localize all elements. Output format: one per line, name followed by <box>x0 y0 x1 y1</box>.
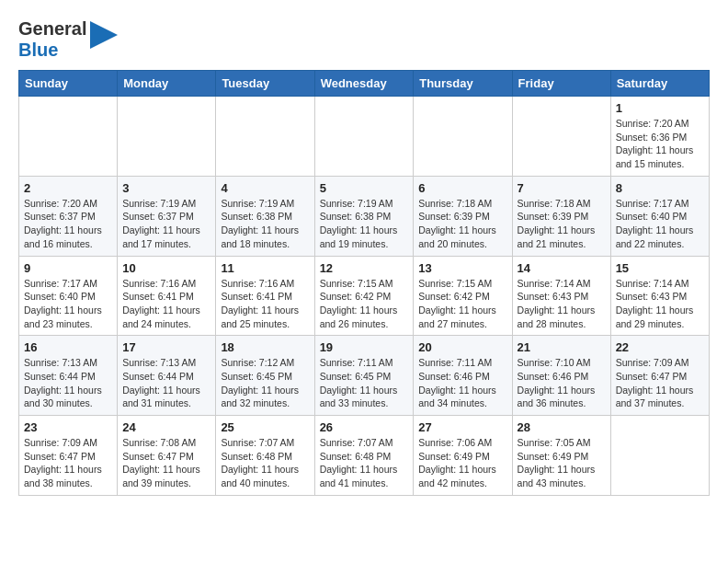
day-info: Sunrise: 7:07 AM Sunset: 6:48 PM Dayligh… <box>221 436 309 490</box>
col-header-wednesday: Wednesday <box>314 71 414 97</box>
day-info: Sunrise: 7:19 AM Sunset: 6:37 PM Dayligh… <box>122 197 210 251</box>
day-info: Sunrise: 7:06 AM Sunset: 6:49 PM Dayligh… <box>418 436 506 490</box>
col-header-tuesday: Tuesday <box>216 71 314 97</box>
calendar-cell: 12Sunrise: 7:15 AM Sunset: 6:42 PM Dayli… <box>314 256 414 336</box>
calendar-cell: 16Sunrise: 7:13 AM Sunset: 6:44 PM Dayli… <box>19 336 118 416</box>
day-info: Sunrise: 7:05 AM Sunset: 6:49 PM Dayligh… <box>518 436 606 490</box>
day-number: 10 <box>122 261 210 275</box>
calendar-cell: 2Sunrise: 7:20 AM Sunset: 6:37 PM Daylig… <box>19 176 118 256</box>
logo-general-text: General <box>18 18 86 39</box>
calendar-cell <box>610 416 709 496</box>
day-number: 27 <box>418 420 506 434</box>
day-info: Sunrise: 7:08 AM Sunset: 6:47 PM Dayligh… <box>122 436 210 490</box>
calendar-cell: 3Sunrise: 7:19 AM Sunset: 6:37 PM Daylig… <box>118 176 216 256</box>
calendar-cell: 24Sunrise: 7:08 AM Sunset: 6:47 PM Dayli… <box>118 416 216 496</box>
calendar-cell <box>118 97 216 177</box>
day-info: Sunrise: 7:14 AM Sunset: 6:43 PM Dayligh… <box>518 277 606 331</box>
day-number: 25 <box>221 420 309 434</box>
col-header-saturday: Saturday <box>610 71 709 97</box>
day-info: Sunrise: 7:10 AM Sunset: 6:46 PM Dayligh… <box>518 356 606 410</box>
calendar-cell <box>512 97 610 177</box>
calendar-cell <box>314 97 414 177</box>
col-header-monday: Monday <box>118 71 216 97</box>
calendar-cell: 17Sunrise: 7:13 AM Sunset: 6:44 PM Dayli… <box>118 336 216 416</box>
calendar-cell: 15Sunrise: 7:14 AM Sunset: 6:43 PM Dayli… <box>610 256 709 336</box>
day-number: 11 <box>221 261 309 275</box>
calendar-week-row: 2Sunrise: 7:20 AM Sunset: 6:37 PM Daylig… <box>19 176 710 256</box>
calendar-cell: 8Sunrise: 7:17 AM Sunset: 6:40 PM Daylig… <box>610 176 709 256</box>
day-info: Sunrise: 7:15 AM Sunset: 6:42 PM Dayligh… <box>320 277 409 331</box>
day-info: Sunrise: 7:17 AM Sunset: 6:40 PM Dayligh… <box>616 197 704 251</box>
day-number: 23 <box>24 420 112 434</box>
calendar-cell <box>19 97 118 177</box>
logo-blue-text: Blue <box>18 40 58 60</box>
day-info: Sunrise: 7:11 AM Sunset: 6:45 PM Dayligh… <box>320 356 409 410</box>
logo: General Blue <box>18 18 118 61</box>
svg-marker-0 <box>90 21 118 49</box>
calendar-header-row: SundayMondayTuesdayWednesdayThursdayFrid… <box>19 71 710 97</box>
calendar-cell: 6Sunrise: 7:18 AM Sunset: 6:39 PM Daylig… <box>414 176 512 256</box>
day-number: 17 <box>122 340 210 354</box>
calendar-week-row: 9Sunrise: 7:17 AM Sunset: 6:40 PM Daylig… <box>19 256 710 336</box>
day-info: Sunrise: 7:07 AM Sunset: 6:48 PM Dayligh… <box>320 436 409 490</box>
day-number: 20 <box>418 340 506 354</box>
calendar-cell: 14Sunrise: 7:14 AM Sunset: 6:43 PM Dayli… <box>512 256 610 336</box>
day-info: Sunrise: 7:15 AM Sunset: 6:42 PM Dayligh… <box>418 277 506 331</box>
calendar-cell <box>216 97 314 177</box>
calendar-cell: 18Sunrise: 7:12 AM Sunset: 6:45 PM Dayli… <box>216 336 314 416</box>
calendar-week-row: 23Sunrise: 7:09 AM Sunset: 6:47 PM Dayli… <box>19 416 710 496</box>
col-header-friday: Friday <box>512 71 610 97</box>
day-info: Sunrise: 7:11 AM Sunset: 6:46 PM Dayligh… <box>418 356 506 410</box>
day-info: Sunrise: 7:18 AM Sunset: 6:39 PM Dayligh… <box>518 197 606 251</box>
calendar-cell: 19Sunrise: 7:11 AM Sunset: 6:45 PM Dayli… <box>314 336 414 416</box>
day-number: 22 <box>616 340 704 354</box>
day-info: Sunrise: 7:20 AM Sunset: 6:37 PM Dayligh… <box>24 197 112 251</box>
day-info: Sunrise: 7:16 AM Sunset: 6:41 PM Dayligh… <box>221 277 309 331</box>
day-number: 21 <box>518 340 606 354</box>
calendar-cell: 20Sunrise: 7:11 AM Sunset: 6:46 PM Dayli… <box>414 336 512 416</box>
day-info: Sunrise: 7:09 AM Sunset: 6:47 PM Dayligh… <box>616 356 704 410</box>
calendar-table: SundayMondayTuesdayWednesdayThursdayFrid… <box>18 70 710 496</box>
day-number: 2 <box>24 181 112 195</box>
day-number: 26 <box>320 420 409 434</box>
day-number: 28 <box>518 420 606 434</box>
day-info: Sunrise: 7:18 AM Sunset: 6:39 PM Dayligh… <box>418 197 506 251</box>
day-info: Sunrise: 7:19 AM Sunset: 6:38 PM Dayligh… <box>221 197 309 251</box>
day-info: Sunrise: 7:13 AM Sunset: 6:44 PM Dayligh… <box>24 356 112 410</box>
calendar-week-row: 1Sunrise: 7:20 AM Sunset: 6:36 PM Daylig… <box>19 97 710 177</box>
day-number: 8 <box>616 181 704 195</box>
calendar-cell: 13Sunrise: 7:15 AM Sunset: 6:42 PM Dayli… <box>414 256 512 336</box>
day-number: 5 <box>320 181 409 195</box>
col-header-sunday: Sunday <box>19 71 118 97</box>
day-number: 13 <box>418 261 506 275</box>
calendar-cell: 11Sunrise: 7:16 AM Sunset: 6:41 PM Dayli… <box>216 256 314 336</box>
day-number: 12 <box>320 261 409 275</box>
day-info: Sunrise: 7:13 AM Sunset: 6:44 PM Dayligh… <box>122 356 210 410</box>
calendar-cell: 1Sunrise: 7:20 AM Sunset: 6:36 PM Daylig… <box>610 97 709 177</box>
day-number: 9 <box>24 261 112 275</box>
logo-arrow-icon <box>90 21 118 49</box>
day-info: Sunrise: 7:16 AM Sunset: 6:41 PM Dayligh… <box>122 277 210 331</box>
calendar-cell: 4Sunrise: 7:19 AM Sunset: 6:38 PM Daylig… <box>216 176 314 256</box>
day-info: Sunrise: 7:19 AM Sunset: 6:38 PM Dayligh… <box>320 197 409 251</box>
logo-container: General Blue <box>18 18 118 61</box>
calendar-cell: 10Sunrise: 7:16 AM Sunset: 6:41 PM Dayli… <box>118 256 216 336</box>
day-number: 19 <box>320 340 409 354</box>
col-header-thursday: Thursday <box>414 71 512 97</box>
calendar-cell: 23Sunrise: 7:09 AM Sunset: 6:47 PM Dayli… <box>19 416 118 496</box>
calendar-cell: 25Sunrise: 7:07 AM Sunset: 6:48 PM Dayli… <box>216 416 314 496</box>
page-header: General Blue <box>18 18 710 61</box>
day-number: 18 <box>221 340 309 354</box>
day-info: Sunrise: 7:17 AM Sunset: 6:40 PM Dayligh… <box>24 277 112 331</box>
calendar-cell: 9Sunrise: 7:17 AM Sunset: 6:40 PM Daylig… <box>19 256 118 336</box>
day-number: 6 <box>418 181 506 195</box>
calendar-cell: 26Sunrise: 7:07 AM Sunset: 6:48 PM Dayli… <box>314 416 414 496</box>
day-info: Sunrise: 7:14 AM Sunset: 6:43 PM Dayligh… <box>616 277 704 331</box>
day-info: Sunrise: 7:20 AM Sunset: 6:36 PM Dayligh… <box>616 117 704 171</box>
day-number: 3 <box>122 181 210 195</box>
day-info: Sunrise: 7:12 AM Sunset: 6:45 PM Dayligh… <box>221 356 309 410</box>
day-info: Sunrise: 7:09 AM Sunset: 6:47 PM Dayligh… <box>24 436 112 490</box>
calendar-cell: 28Sunrise: 7:05 AM Sunset: 6:49 PM Dayli… <box>512 416 610 496</box>
calendar-cell: 7Sunrise: 7:18 AM Sunset: 6:39 PM Daylig… <box>512 176 610 256</box>
day-number: 24 <box>122 420 210 434</box>
